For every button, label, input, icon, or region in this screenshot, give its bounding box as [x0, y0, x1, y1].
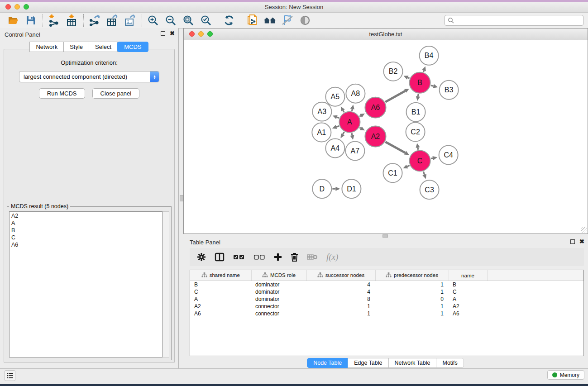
table-cell[interactable]: A2 — [190, 303, 251, 310]
table-row[interactable]: A2connector11A2 — [190, 303, 583, 310]
table-row[interactable]: A6connector11A6 — [190, 310, 583, 317]
result-list-item[interactable]: A — [11, 219, 162, 227]
graph-edge-A-A4[interactable] — [343, 132, 344, 134]
table-cell[interactable]: 1 — [375, 303, 449, 310]
graph-edge-C-C4[interactable] — [431, 158, 433, 158]
table-cell[interactable]: A6 — [449, 310, 487, 317]
table-cell[interactable]: B — [449, 281, 487, 289]
import-table-icon[interactable] — [65, 14, 78, 27]
graph-edge-A-A8[interactable] — [352, 109, 352, 111]
export-image-icon[interactable] — [123, 14, 137, 27]
table-cell[interactable]: C — [190, 288, 251, 295]
close-panel-icon[interactable]: ✖ — [170, 31, 175, 36]
tab-network-table[interactable]: Network Table — [388, 358, 437, 368]
task-history-button[interactable] — [5, 370, 15, 381]
tab-edge-table[interactable]: Edge Table — [348, 358, 388, 368]
deselect-all-rows-icon[interactable] — [253, 254, 265, 260]
table-cell[interactable]: dominator — [251, 295, 306, 303]
tab-select[interactable]: Select — [89, 42, 118, 52]
graph-edge-A2-C[interactable] — [385, 142, 405, 153]
function-builder-icon[interactable]: f(x) — [326, 252, 338, 262]
network-close-button[interactable] — [189, 31, 195, 37]
delete-column-icon[interactable] — [291, 253, 298, 262]
column-header-shared-name[interactable]: shared name — [190, 270, 251, 281]
table-cell[interactable]: A — [449, 295, 487, 303]
column-visibility-icon[interactable] — [215, 253, 225, 262]
result-list-item[interactable]: A6 — [11, 241, 162, 248]
result-list-item[interactable]: B — [11, 227, 162, 234]
table-cell[interactable]: 1 — [375, 310, 449, 317]
column-header-mcds-role[interactable]: MCDS role — [251, 270, 306, 281]
close-panel-button[interactable]: Close panel — [92, 88, 140, 99]
tab-network[interactable]: Network — [29, 42, 64, 52]
delete-table-icon[interactable] — [307, 253, 318, 261]
zoom-in-icon[interactable] — [146, 14, 160, 27]
zoom-out-icon[interactable] — [164, 14, 177, 27]
close-table-panel-icon[interactable]: ✖ — [579, 239, 584, 244]
table-cell[interactable]: 1 — [375, 281, 449, 289]
clone-network-icon[interactable] — [245, 14, 259, 27]
tab-mcds[interactable]: MCDS — [117, 42, 148, 52]
graph-edge-B-B4[interactable] — [423, 71, 424, 72]
hide-graphics-details-icon[interactable] — [281, 14, 294, 27]
column-header-name[interactable]: name — [449, 270, 487, 281]
graph-edge-A6-B[interactable] — [385, 91, 405, 102]
run-mcds-button[interactable]: Run MCDS — [39, 88, 85, 99]
graph-edge-B-B3[interactable] — [431, 86, 434, 86]
minimize-window-button[interactable] — [14, 4, 20, 10]
graph-edge-A-A2[interactable] — [359, 128, 361, 129]
save-session-icon[interactable] — [24, 14, 38, 27]
table-cell[interactable]: A6 — [190, 310, 251, 317]
open-session-icon[interactable] — [6, 14, 20, 27]
network-minimize-button[interactable] — [198, 31, 204, 37]
apply-layout-icon[interactable] — [222, 14, 236, 27]
result-list-scrollbar[interactable] — [163, 211, 169, 357]
table-settings-icon[interactable] — [197, 253, 206, 262]
graph-edge-C-C2[interactable] — [418, 148, 418, 150]
table-cell[interactable]: 8 — [306, 295, 375, 303]
table-cell[interactable]: 1 — [375, 288, 449, 295]
table-cell[interactable]: dominator — [251, 288, 306, 295]
table-cell[interactable]: 1 — [306, 303, 375, 310]
table-cell[interactable]: 1 — [306, 310, 375, 317]
table-cell[interactable]: C — [449, 288, 487, 295]
graph-edge-B-B2[interactable] — [408, 77, 410, 78]
add-column-icon[interactable] — [274, 253, 282, 261]
float-panel-icon[interactable] — [161, 31, 165, 36]
column-header-successor-nodes[interactable]: successor nodes — [306, 270, 375, 281]
result-list-item[interactable]: A2 — [11, 212, 162, 219]
home-view-icon[interactable] — [263, 14, 277, 27]
table-row[interactable]: Bdominator41B — [190, 281, 583, 289]
graph-edge-A-A7[interactable] — [352, 133, 352, 135]
graph-edge-A-A1[interactable] — [336, 126, 339, 127]
network-resize-grip[interactable] — [581, 227, 587, 233]
export-network-icon[interactable] — [88, 14, 101, 27]
tab-style[interactable]: Style — [63, 42, 89, 52]
export-table-icon[interactable] — [105, 14, 119, 27]
graph-edge-B-B1[interactable] — [418, 94, 418, 96]
import-network-icon[interactable] — [47, 14, 61, 27]
table-cell[interactable]: A2 — [449, 303, 487, 310]
vertical-split-grip[interactable] — [180, 195, 183, 201]
column-header-predecessor-nodes[interactable]: predecessor nodes — [375, 270, 449, 281]
table-cell[interactable]: B — [190, 281, 251, 289]
float-table-panel-icon[interactable] — [570, 239, 575, 244]
table-cell[interactable]: 4 — [306, 281, 375, 289]
zoom-window-button[interactable] — [24, 4, 29, 10]
graph-edge-A-A6[interactable] — [359, 116, 361, 117]
table-cell[interactable]: connector — [251, 310, 306, 317]
tab-node-table[interactable]: Node Table — [307, 358, 348, 368]
graph-edge-C-C1[interactable] — [407, 166, 409, 167]
table-row[interactable]: Cdominator41C — [190, 288, 583, 295]
table-row[interactable]: Adominator80A — [190, 295, 583, 303]
select-all-rows-icon[interactable] — [233, 254, 245, 260]
network-canvas[interactable]: AA1A2A3A4A5A6A7A8BB1B2B3B4CC1C2C3C4DD1 — [184, 40, 588, 234]
search-input[interactable] — [456, 17, 580, 24]
table-cell[interactable]: connector — [251, 303, 306, 310]
criterion-dropdown[interactable]: largest connected component (directed) ▲… — [19, 71, 159, 82]
network-zoom-button[interactable] — [207, 31, 213, 37]
graph-edge-C-C3[interactable] — [423, 172, 424, 175]
search-field[interactable] — [445, 15, 583, 26]
table-cell[interactable]: 0 — [375, 295, 449, 303]
tab-motifs[interactable]: Motifs — [436, 358, 464, 368]
